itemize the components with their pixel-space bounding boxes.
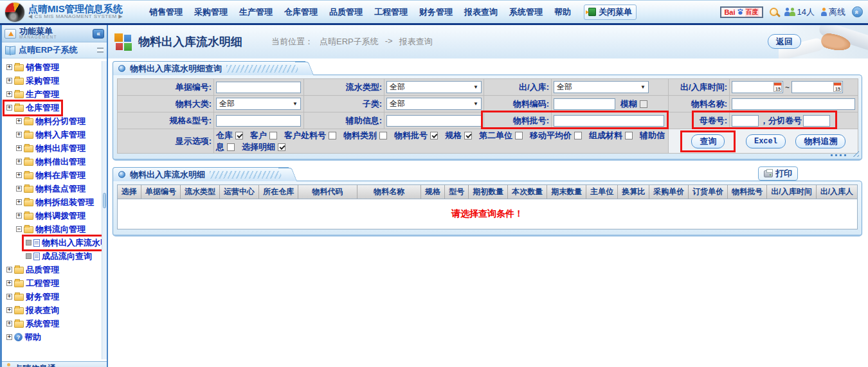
time-to-input[interactable] <box>792 82 832 92</box>
display-option-checkbox[interactable] <box>235 132 243 139</box>
tree-item[interactable]: 报表查询 <box>2 303 107 317</box>
fuzzy-checkbox[interactable] <box>640 100 647 108</box>
tree-item[interactable]: 物料拆组装管理 <box>2 195 107 209</box>
tree-expander-icon[interactable] <box>16 213 22 219</box>
tree-expander-icon[interactable] <box>16 159 22 165</box>
tree-expander-icon[interactable] <box>16 199 22 205</box>
tree-item[interactable]: 品质管理 <box>2 263 107 276</box>
time-from-input[interactable] <box>732 82 772 92</box>
spec-input[interactable] <box>216 115 301 127</box>
tree-item[interactable]: 采购管理 <box>2 74 107 87</box>
close-menu-button[interactable]: 关闭菜单 <box>584 4 637 20</box>
display-option-checkbox[interactable] <box>574 132 582 139</box>
tree-item[interactable]: 物料调拨管理 <box>2 209 107 222</box>
tree-expander-icon[interactable] <box>16 145 22 151</box>
flow-type-select[interactable]: 全部 ▼ <box>386 81 482 93</box>
tree-item[interactable]: 帮助 <box>2 330 107 344</box>
display-option[interactable]: 物料批号 <box>394 130 438 140</box>
batch-input[interactable] <box>554 115 664 127</box>
display-option-checkbox[interactable] <box>278 143 285 151</box>
tree-expander-icon[interactable] <box>6 294 12 300</box>
sidebar-subsystem-bar[interactable]: 点晴ERP子系统 <box>2 42 107 58</box>
aux-input[interactable] <box>386 115 482 127</box>
display-option[interactable]: 第二单位 <box>479 130 523 140</box>
top-menu-item[interactable]: 仓库管理 <box>284 6 318 18</box>
tree-item[interactable]: 系统管理 <box>2 317 107 330</box>
display-option[interactable]: 规格 <box>445 130 472 140</box>
tree-expander-icon[interactable] <box>6 105 12 111</box>
bill-no-input[interactable] <box>216 82 301 93</box>
category-select[interactable]: 全部 ▼ <box>216 98 301 110</box>
top-menu-item[interactable]: 财务管理 <box>419 6 453 18</box>
name-input[interactable] <box>732 98 855 110</box>
top-menu-item[interactable]: 工程管理 <box>374 6 408 18</box>
tree-expander-icon[interactable] <box>16 226 22 232</box>
tree-expander-icon[interactable] <box>6 280 12 286</box>
tree-item[interactable]: 生产管理 <box>2 87 107 101</box>
tree-item[interactable]: 仓库管理 <box>2 101 107 114</box>
tree-item[interactable]: 物料出库管理 <box>2 141 107 155</box>
display-option[interactable]: 客户处料号 <box>284 130 336 140</box>
tree-expander-icon[interactable] <box>6 307 12 313</box>
display-option-checkbox[interactable] <box>269 132 277 139</box>
tree-item[interactable]: 物料分切管理 <box>2 114 107 128</box>
display-option[interactable]: 组成材料 <box>589 130 633 140</box>
panel-resize-grip[interactable] <box>829 148 859 157</box>
tree-item[interactable]: 物料在库管理 <box>2 168 107 182</box>
display-option[interactable]: 移动平均价 <box>530 130 582 140</box>
display-option-checkbox[interactable] <box>329 132 336 139</box>
calendar-icon[interactable] <box>773 82 782 92</box>
in-out-select[interactable]: 全部 ▼ <box>554 81 649 93</box>
tree-item[interactable]: 成品流向查询 <box>2 249 107 263</box>
tree-expander-icon[interactable] <box>6 91 12 97</box>
display-option[interactable]: 选择明细 <box>242 142 285 152</box>
tree-item[interactable]: 工程管理 <box>2 276 107 290</box>
material-trace-button[interactable]: 物料追溯 <box>795 134 845 148</box>
tree-item[interactable]: 销售管理 <box>2 60 107 74</box>
top-menu-item[interactable]: 品质管理 <box>329 6 363 18</box>
tree-expander-icon[interactable] <box>6 78 12 84</box>
display-option[interactable]: 物料类别 <box>343 130 387 140</box>
display-option-checkbox[interactable] <box>430 132 438 139</box>
baidu-search-box[interactable]: Bai 百度 <box>720 6 763 18</box>
tree-expander-icon[interactable] <box>6 267 12 273</box>
code-input[interactable] <box>554 98 615 110</box>
top-menu-item[interactable]: 系统管理 <box>509 6 543 18</box>
tree-expander-icon[interactable] <box>16 172 22 178</box>
display-option-checkbox[interactable] <box>464 132 472 139</box>
tree-expander-icon[interactable] <box>6 64 12 70</box>
tree-expander-icon[interactable] <box>26 240 32 246</box>
search-icon[interactable] <box>770 8 778 16</box>
tree-expander-icon[interactable] <box>6 334 12 340</box>
tree-item[interactable]: 财务管理 <box>2 290 107 303</box>
mother-roll-input[interactable] <box>732 115 759 127</box>
tree-item[interactable]: 物料入库管理 <box>2 128 107 141</box>
query-button[interactable]: 查询 <box>691 134 725 148</box>
slit-roll-input[interactable] <box>803 115 830 127</box>
display-option[interactable]: 客户 <box>250 130 277 140</box>
top-menu-item[interactable]: 报表查询 <box>464 6 498 18</box>
display-option-checkbox[interactable] <box>227 143 235 151</box>
display-option-checkbox[interactable] <box>515 132 523 139</box>
sidebar-scrollbar[interactable] <box>102 61 107 359</box>
top-menu-item[interactable]: 销售管理 <box>149 6 183 18</box>
subclass-select[interactable]: 全部 ▼ <box>386 98 482 110</box>
print-button[interactable]: 打印 <box>758 166 798 181</box>
display-option-checkbox[interactable] <box>625 132 633 139</box>
tree-item[interactable]: 物料盘点管理 <box>2 182 107 195</box>
top-menu-item[interactable]: 采购管理 <box>194 6 228 18</box>
tree-expander-icon[interactable] <box>26 253 32 259</box>
tree-expander-icon[interactable] <box>16 118 22 124</box>
sidebar-scrollbar-thumb[interactable] <box>103 193 106 208</box>
tree-item[interactable]: 物料流向管理 <box>2 222 107 236</box>
tree-expander-icon[interactable] <box>16 132 22 138</box>
online-users-widget[interactable]: 14人 <box>784 6 815 18</box>
collapse-topbar-icon[interactable]: « <box>852 6 863 17</box>
excel-button[interactable]: Excel <box>746 134 786 148</box>
tree-expander-icon[interactable] <box>16 186 22 192</box>
top-menu-item[interactable]: 生产管理 <box>239 6 273 18</box>
back-button[interactable]: 返回 <box>768 34 801 49</box>
sidebar-collapse-button[interactable]: « <box>93 29 104 39</box>
tree-expander-icon[interactable] <box>6 321 12 327</box>
display-option-checkbox[interactable] <box>379 132 387 139</box>
